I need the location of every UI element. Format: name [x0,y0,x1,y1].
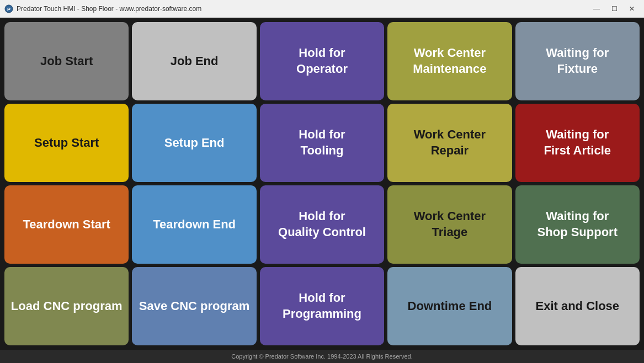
tile-hold-operator[interactable]: Hold forOperator [260,22,384,100]
tile-hold-programming[interactable]: Hold forProgramming [260,267,384,345]
button-grid: Job StartJob EndHold forOperatorWork Cen… [4,22,640,345]
minimize-button[interactable]: — [589,3,604,14]
tile-waiting-fixture[interactable]: Waiting forFixture [515,22,640,100]
main-content: Job StartJob EndHold forOperatorWork Cen… [0,18,644,350]
tile-save-cnc[interactable]: Save CNC program [132,267,256,345]
tile-hold-quality[interactable]: Hold forQuality Control [260,185,384,264]
app-icon: P [4,4,13,13]
tile-job-start[interactable]: Job Start [4,22,129,100]
title-bar: P Predator Touch HMI - Shop Floor - www.… [0,0,644,18]
tile-wc-maintenance[interactable]: Work CenterMaintenance [387,22,512,100]
close-button[interactable]: ✕ [624,3,640,14]
tile-teardown-end[interactable]: Teardown End [132,185,256,264]
footer: Copyright © Predator Software Inc. 1994-… [0,350,644,363]
maximize-button[interactable]: ☐ [606,3,622,14]
tile-teardown-start[interactable]: Teardown Start [4,185,129,264]
title-bar-left: P Predator Touch HMI - Shop Floor - www.… [4,4,201,13]
window-controls: — ☐ ✕ [589,3,640,14]
window-title: Predator Touch HMI - Shop Floor - www.pr… [17,5,201,13]
tile-waiting-shop-support[interactable]: Waiting forShop Support [515,185,640,264]
tile-job-end[interactable]: Job End [132,22,256,100]
tile-waiting-first-article[interactable]: Waiting forFirst Article [515,104,640,182]
tile-hold-tooling[interactable]: Hold forTooling [260,104,384,182]
copyright-text: Copyright © Predator Software Inc. 1994-… [231,353,413,360]
tile-setup-end[interactable]: Setup End [132,104,256,182]
tile-wc-triage[interactable]: Work CenterTriage [387,185,512,264]
tile-setup-start[interactable]: Setup Start [4,104,129,182]
svg-text:P: P [7,7,10,12]
tile-wc-repair[interactable]: Work CenterRepair [387,104,512,182]
tile-load-cnc[interactable]: Load CNC program [4,267,129,345]
tile-downtime-end[interactable]: Downtime End [387,267,512,345]
tile-exit-close[interactable]: Exit and Close [515,267,640,345]
